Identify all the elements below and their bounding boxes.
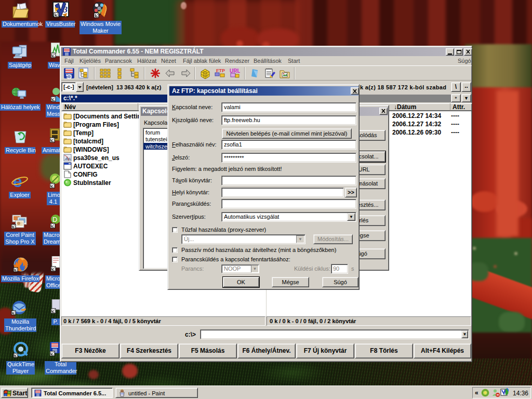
svg-text:URL: URL [230,68,240,74]
svg-text:D: D [52,216,57,223]
svg-text:3: 3 [63,5,68,14]
svg-text:e: e [13,173,22,190]
